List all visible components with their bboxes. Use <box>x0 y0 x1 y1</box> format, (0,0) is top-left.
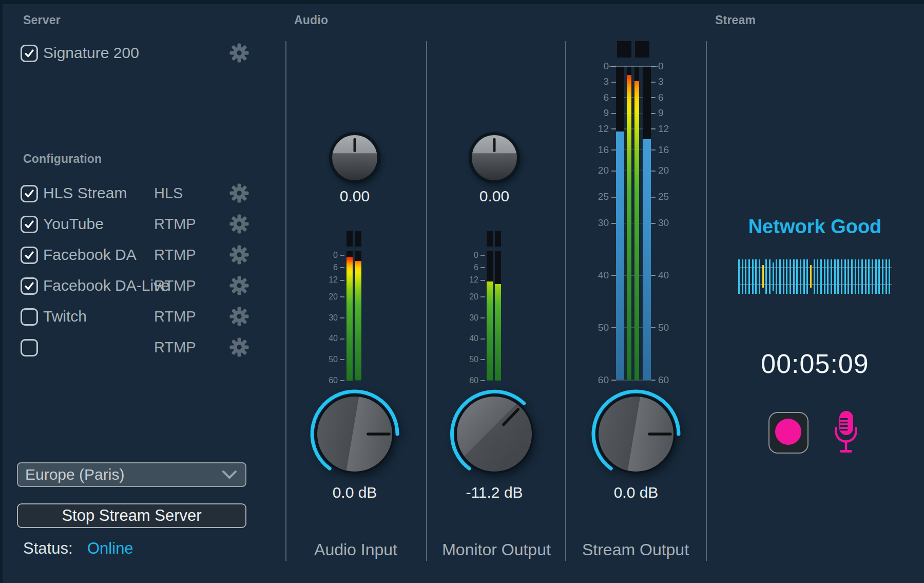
record-button[interactable] <box>768 412 808 454</box>
network-bar <box>844 259 846 294</box>
network-bar <box>855 259 856 294</box>
gear-icon[interactable] <box>229 337 249 357</box>
meter-scale-label: 12 <box>455 275 478 286</box>
meter-tick <box>340 280 344 281</box>
gear-icon[interactable] <box>229 307 249 326</box>
meter-scale-label: 25 <box>585 191 609 203</box>
config-protocol: HLS <box>154 184 183 202</box>
meter-scale-label: 9 <box>658 107 682 120</box>
config-checkbox[interactable] <box>21 185 38 202</box>
stream-fader-knob[interactable] <box>590 388 682 480</box>
meter-tick <box>340 317 344 318</box>
config-protocol: RTMP <box>154 338 196 356</box>
network-bar <box>800 259 801 294</box>
network-bar <box>851 259 853 294</box>
network-bar <box>752 259 754 294</box>
network-bar <box>820 259 822 294</box>
meter-scale-label: 12 <box>314 275 338 286</box>
network-bar <box>790 259 791 294</box>
network-bar <box>803 259 805 294</box>
config-row-empty: RTMP <box>0 338 285 357</box>
divider-left-audio <box>285 41 286 561</box>
clip-indicator <box>495 231 501 247</box>
meter-scale-label: 20 <box>585 164 609 177</box>
input-fader-knob[interactable] <box>309 388 401 480</box>
meter-tick <box>480 317 485 318</box>
network-bar <box>738 259 740 294</box>
meter-scale-label: 50 <box>585 322 609 334</box>
meter-bar-rms <box>643 66 651 380</box>
meter-scale-label: 3 <box>585 76 609 88</box>
config-row-twitch: Twitch RTMP <box>0 308 285 326</box>
record-icon <box>775 419 801 445</box>
network-bar <box>769 259 771 294</box>
meter-scale-label: 6 <box>585 91 609 104</box>
config-label: HLS Stream <box>43 184 127 202</box>
region-select[interactable]: Europe (Paris) <box>17 462 246 487</box>
meter-scale-label: 20 <box>658 164 682 177</box>
input-fader-readout: 0.0 dB <box>314 484 396 501</box>
config-row-facebook-da-live: Facebook DA-Live RTMP <box>0 277 285 295</box>
meter-tick <box>340 296 344 297</box>
meter-scale-label: 30 <box>658 217 682 230</box>
check-icon <box>22 46 36 61</box>
meter-tick <box>480 359 485 360</box>
meter-scale-label: 6 <box>314 262 338 273</box>
network-bar <box>827 259 829 294</box>
gear-icon[interactable] <box>229 245 249 265</box>
status-label: Status: <box>23 539 73 558</box>
stream-section-title: Stream <box>715 13 756 27</box>
monitor-gain-knob[interactable] <box>468 131 521 184</box>
network-bar <box>848 259 849 294</box>
stop-stream-server-button[interactable]: Stop Stream Server <box>17 503 246 528</box>
input-gain-knob[interactable] <box>328 131 381 184</box>
config-row-facebook-da: Facebook DA RTMP <box>0 246 285 265</box>
network-bar <box>889 259 890 294</box>
network-bar <box>824 259 825 294</box>
microphone-icon[interactable] <box>834 410 858 455</box>
gear-icon[interactable] <box>229 43 249 63</box>
config-label: YouTube <box>43 215 104 233</box>
meter-bar-peak <box>487 251 493 381</box>
network-bar <box>748 259 750 294</box>
monitor-gain-readout: 0.00 <box>453 187 535 205</box>
meter-scale-label: 60 <box>314 375 338 386</box>
channel-label-stream-output: Stream Output <box>565 540 706 559</box>
config-protocol: RTMP <box>154 246 196 264</box>
network-bar-yellow <box>810 265 812 288</box>
server-section-title: Server <box>23 13 61 27</box>
meter-scale-label: 3 <box>658 76 682 88</box>
meter-scale-label: 60 <box>585 374 609 387</box>
meter-scale-label: 40 <box>455 333 478 344</box>
meter-scale-label: 30 <box>585 217 609 230</box>
meter-scale-label: 0 <box>658 60 682 73</box>
network-bar <box>796 259 798 294</box>
server-device-row: Signature 200 <box>0 44 285 63</box>
config-checkbox[interactable] <box>21 339 38 356</box>
meter-tick <box>480 296 485 297</box>
config-label: Facebook DA-Live <box>43 277 170 294</box>
device-checkbox[interactable] <box>21 45 38 62</box>
divider-audio-stream <box>706 41 707 561</box>
network-bar <box>868 259 870 294</box>
check-icon <box>22 279 36 293</box>
gear-icon[interactable] <box>229 183 249 203</box>
clip-indicator <box>487 231 493 247</box>
config-checkbox[interactable] <box>21 216 38 233</box>
meter-scale-label: 50 <box>455 354 478 365</box>
config-checkbox[interactable] <box>21 308 38 326</box>
meter-tick <box>480 338 485 340</box>
config-checkbox[interactable] <box>21 277 38 295</box>
config-label: Twitch <box>43 308 87 325</box>
network-bar <box>793 259 795 294</box>
config-checkbox[interactable] <box>21 247 38 264</box>
gear-icon[interactable] <box>229 276 249 295</box>
network-bar <box>861 259 863 294</box>
gear-icon[interactable] <box>229 214 249 234</box>
meter-scale-label: 40 <box>658 269 682 282</box>
network-bar <box>773 262 774 291</box>
monitor-fader-knob[interactable] <box>448 388 541 480</box>
streaming-mixer-app: Server Audio Stream Configuration Signat… <box>0 0 924 583</box>
meter-scale-label: 60 <box>658 374 682 387</box>
meter-scale-label: 40 <box>585 269 609 282</box>
